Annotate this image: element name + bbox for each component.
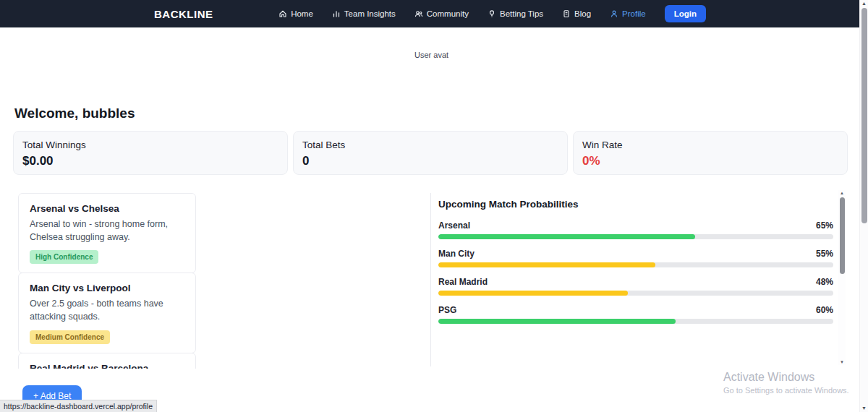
percent-label: 60% bbox=[816, 305, 833, 315]
team-label: PSG bbox=[438, 305, 456, 315]
user-avatar-broken-image: User avatar bbox=[414, 51, 448, 60]
stat-value: 0% bbox=[582, 154, 838, 168]
watermark-line2: Go to Settings to activate Windows. bbox=[723, 386, 849, 395]
nav-item-label: Team Insights bbox=[344, 9, 396, 18]
status-bar-url: https://backline-dashboard.vercel.app/pr… bbox=[0, 400, 157, 412]
watermark-line1: Activate Windows bbox=[723, 371, 849, 384]
match-tip: Over 2.5 goals - both teams have attacki… bbox=[30, 297, 184, 323]
panel-scrollbar[interactable]: ▲ ▼ bbox=[838, 190, 846, 365]
scroll-down-icon[interactable]: ▼ bbox=[840, 359, 844, 365]
match-title: Arsenal vs Chelsea bbox=[30, 203, 184, 214]
lightbulb-icon bbox=[488, 9, 496, 18]
nav-item-betting-tips[interactable]: Betting Tips bbox=[488, 9, 543, 18]
prediction-card[interactable]: Arsenal vs Chelsea Arsenal to win - stro… bbox=[18, 193, 196, 273]
stat-label: Total Bets bbox=[302, 140, 558, 150]
percent-label: 65% bbox=[816, 220, 833, 231]
stat-card-win-rate: Win Rate 0% bbox=[573, 131, 848, 175]
prediction-card[interactable]: Man City vs Liverpool Over 2.5 goals - b… bbox=[18, 272, 196, 353]
progress-fill bbox=[438, 234, 695, 239]
nav-links: Home Team Insights Community Betting Tip… bbox=[278, 5, 859, 22]
home-icon bbox=[278, 9, 287, 18]
prediction-card[interactable]: Real Madrid vs Barcelona Both teams to s… bbox=[18, 353, 196, 369]
stat-value: $0.00 bbox=[22, 154, 278, 168]
nav-item-team-insights[interactable]: Team Insights bbox=[332, 9, 396, 18]
nav-item-label: Blog bbox=[574, 9, 591, 18]
page: BACKLINE Home Team Insights Community Be… bbox=[0, 0, 868, 412]
bar-chart-icon bbox=[332, 9, 341, 18]
scroll-up-icon[interactable]: ▲ bbox=[840, 190, 844, 196]
stat-card-total-bets: Total Bets 0 bbox=[293, 131, 568, 175]
probability-row: Arsenal 65% bbox=[438, 220, 833, 239]
match-title: Man City vs Liverpool bbox=[30, 283, 184, 293]
login-button[interactable]: Login bbox=[665, 5, 706, 22]
stat-value: 0 bbox=[302, 154, 558, 168]
user-icon bbox=[610, 9, 618, 18]
navbar: BACKLINE Home Team Insights Community Be… bbox=[0, 0, 859, 27]
scrollbar-thumb[interactable] bbox=[861, 8, 867, 223]
stat-label: Win Rate bbox=[582, 140, 838, 150]
progress-track bbox=[438, 234, 833, 239]
progress-fill bbox=[438, 262, 655, 267]
progress-track bbox=[438, 262, 833, 267]
nav-item-community[interactable]: Community bbox=[414, 9, 469, 18]
scroll-up-icon[interactable]: ▲ bbox=[861, 0, 867, 7]
confidence-badge: Medium Confidence bbox=[30, 330, 110, 344]
nav-item-blog[interactable]: Blog bbox=[562, 9, 591, 18]
probability-row: Man City 55% bbox=[438, 249, 833, 267]
nav-item-home[interactable]: Home bbox=[278, 9, 313, 18]
match-title: Real Madrid vs Barcelona bbox=[30, 363, 184, 369]
progress-track bbox=[438, 291, 833, 296]
progress-fill bbox=[438, 291, 628, 296]
scrollbar-thumb[interactable] bbox=[840, 197, 845, 274]
team-label: Man City bbox=[438, 249, 475, 259]
probability-row: PSG 60% bbox=[438, 305, 833, 324]
nav-item-label: Profile bbox=[622, 9, 646, 18]
progress-track bbox=[438, 319, 833, 324]
progress-fill bbox=[438, 319, 676, 324]
percent-label: 48% bbox=[816, 277, 833, 287]
stat-label: Total Winnings bbox=[22, 140, 278, 150]
nav-item-label: Home bbox=[291, 9, 313, 18]
match-tip: Arsenal to win - strong home form, Chels… bbox=[30, 218, 184, 244]
browser-scrollbar[interactable]: ▲ ▼ bbox=[859, 0, 868, 412]
predictions-list: Arsenal vs Chelsea Arsenal to win - stro… bbox=[18, 193, 196, 369]
page-title: Welcome, bubbles bbox=[14, 106, 135, 121]
percent-label: 55% bbox=[816, 249, 833, 259]
team-label: Real Madrid bbox=[438, 277, 488, 287]
stats-row: Total Winnings $0.00 Total Bets 0 Win Ra… bbox=[13, 131, 848, 175]
confidence-badge: High Confidence bbox=[30, 250, 98, 264]
nav-item-label: Community bbox=[427, 9, 469, 18]
panel-title: Upcoming Match Probabilities bbox=[438, 199, 835, 210]
team-label: Arsenal bbox=[438, 220, 470, 231]
probability-row: Real Madrid 48% bbox=[438, 277, 833, 296]
document-icon bbox=[562, 9, 571, 18]
stat-card-total-winnings: Total Winnings $0.00 bbox=[13, 131, 288, 175]
brand-logo: BACKLINE bbox=[154, 8, 213, 20]
probabilities-panel: Upcoming Match Probabilities Arsenal 65%… bbox=[430, 193, 835, 366]
scroll-down-icon[interactable]: ▼ bbox=[861, 405, 867, 412]
users-icon bbox=[414, 9, 423, 18]
activate-windows-watermark: Activate Windows Go to Settings to activ… bbox=[723, 371, 849, 395]
nav-item-label: Betting Tips bbox=[500, 9, 543, 18]
nav-item-profile[interactable]: Profile bbox=[610, 9, 646, 18]
